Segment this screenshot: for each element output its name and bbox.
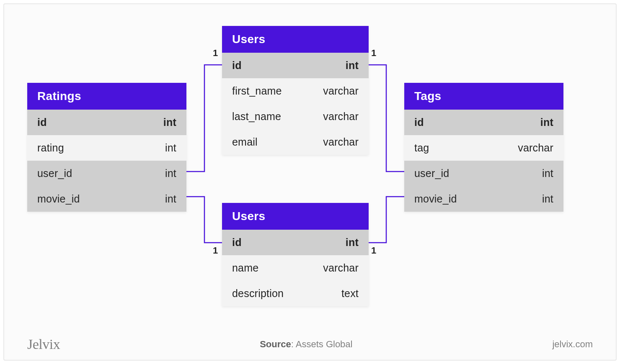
column-name: rating [37,142,165,154]
column-name: user_id [37,167,165,179]
column-name: id [37,116,163,128]
table-row: user_id int [27,161,186,186]
table-tags-header: Tags [404,83,563,110]
column-type: int [346,59,359,72]
table-row: tag varchar [404,135,563,161]
table-row: movie_id int [404,186,563,212]
source-label: Source [260,339,291,349]
table-row: id int [404,110,563,135]
column-name: last_name [232,110,323,123]
column-type: varchar [323,262,359,274]
table-row: name varchar [222,255,369,281]
column-name: name [232,262,323,274]
column-name: id [232,59,346,72]
table-users-bottom-header: Users [222,203,369,230]
column-type: varchar [518,142,553,154]
column-name: tag [414,142,518,154]
column-name: description [232,287,341,300]
cardinality-label: 1 [213,48,218,59]
column-name: email [232,136,323,148]
column-type: int [542,193,553,205]
table-row: rating int [27,135,186,161]
column-type: varchar [323,85,359,97]
column-name: movie_id [414,193,542,205]
cardinality-label: 1 [371,245,376,256]
cardinality-label: 1 [213,245,218,256]
table-row: movie_id int [27,186,186,212]
column-type: int [165,193,176,205]
column-name: id [232,236,346,249]
cardinality-label: 1 [371,48,376,59]
column-name: user_id [414,167,542,179]
column-type: int [165,142,176,154]
table-row: user_id int [404,161,563,186]
column-type: int [542,167,553,179]
column-type: varchar [323,110,359,123]
table-tags: Tags id int tag varchar user_id int movi… [404,83,563,212]
column-name: movie_id [37,193,165,205]
column-type: int [163,116,176,128]
table-row: last_name varchar [222,104,369,129]
table-row: email varchar [222,129,369,155]
column-type: int [165,167,176,179]
source-attribution: Source: Assets Global [60,339,552,350]
column-name: first_name [232,85,323,97]
table-row: description text [222,281,369,306]
table-users-top: Users id int first_name varchar last_nam… [222,26,369,155]
column-type: int [346,236,359,249]
table-row: id int [27,110,186,135]
table-row: id int [222,53,369,78]
brand-logo: Jelvix [27,336,60,352]
table-users-top-header: Users [222,26,369,53]
footer: Jelvix Source: Assets Global jelvix.com [4,336,616,352]
column-type: text [341,287,359,300]
diagram-canvas: Ratings id int rating int user_id int mo… [3,3,617,361]
column-name: id [414,116,540,128]
table-row: first_name varchar [222,78,369,104]
source-value: Assets Global [296,339,353,349]
table-users-bottom: Users id int name varchar description te… [222,203,369,306]
site-url: jelvix.com [552,339,593,350]
column-type: varchar [323,136,359,148]
table-ratings: Ratings id int rating int user_id int mo… [27,83,186,212]
table-ratings-header: Ratings [27,83,186,110]
column-type: int [540,116,553,128]
table-row: id int [222,230,369,255]
